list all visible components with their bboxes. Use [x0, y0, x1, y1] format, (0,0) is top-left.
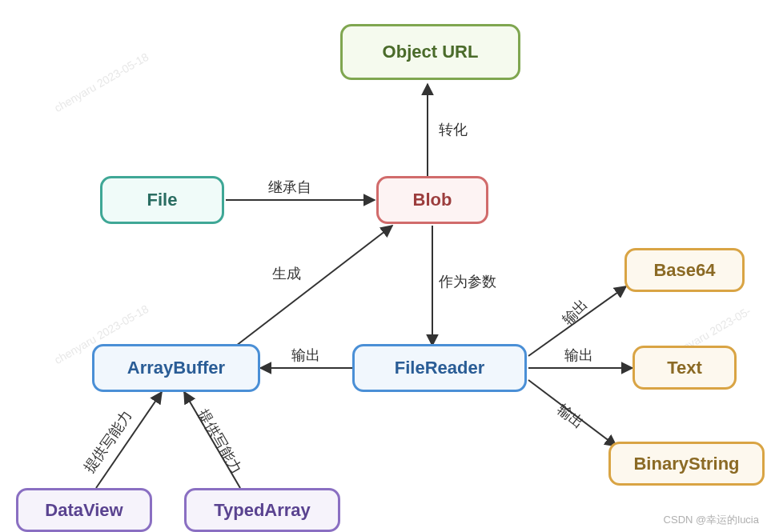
node-arraybuffer: ArrayBuffer — [92, 344, 260, 392]
node-base64: Base64 — [624, 248, 745, 292]
node-typedarray: TypedArray — [184, 488, 340, 532]
edge-label-out-text: 输出 — [564, 346, 593, 365]
edge-label-out-bin: 输出 — [553, 399, 588, 432]
node-text: Text — [632, 346, 737, 390]
credit-text: CSDN @幸运的lucia — [664, 513, 759, 527]
edge-label-out-b64: 输出 — [558, 295, 592, 329]
edge-label-as-param: 作为参数 — [439, 272, 496, 291]
node-blob: Blob — [376, 176, 488, 224]
node-binarystring: BinaryString — [608, 442, 765, 486]
node-dataview: DataView — [16, 488, 152, 532]
node-object-url: Object URL — [340, 24, 520, 80]
edge-label-ta-write: 提供写能力 — [194, 406, 247, 478]
edge-label-inherit: 继承自 — [268, 178, 311, 197]
node-filereader: FileReader — [352, 344, 527, 392]
edge-label-out-ab: 输出 — [291, 346, 320, 365]
edge-label-generate: 生成 — [272, 264, 301, 283]
svg-line-2 — [236, 226, 392, 346]
edge-label-transform: 转化 — [439, 120, 468, 139]
node-file: File — [100, 176, 224, 224]
watermark: chenyaru 2023-05-18 — [52, 50, 151, 114]
edge-label-dv-write: 提供写能力 — [79, 406, 136, 476]
